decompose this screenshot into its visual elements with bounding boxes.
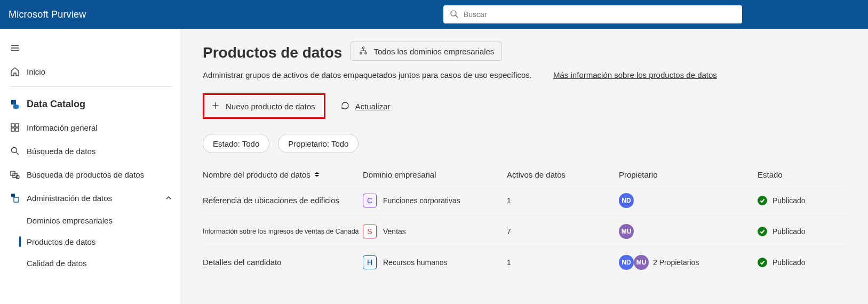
domain-label: Recursos humanos bbox=[383, 258, 448, 267]
domain-cell: HRecursos humanos bbox=[363, 255, 507, 269]
asset-count: 1 bbox=[507, 196, 619, 205]
refresh-icon bbox=[340, 101, 350, 112]
search-icon bbox=[450, 10, 458, 20]
owner-cell: ND bbox=[619, 193, 758, 208]
svg-point-20 bbox=[363, 46, 365, 49]
status-cell: Publicado bbox=[758, 227, 843, 236]
sidebar-item-product-search[interactable]: Búsqueda de productos de datos bbox=[0, 163, 181, 186]
sort-icon bbox=[314, 170, 320, 179]
filter-row: Estado: Todo Propietario: Todo bbox=[203, 134, 847, 153]
domain-badge: H bbox=[363, 255, 377, 269]
svg-rect-10 bbox=[15, 124, 19, 127]
product-name: Información sobre los ingresos de ventas… bbox=[203, 228, 363, 235]
domain-filter-chip[interactable]: Todos los dominios empresariales bbox=[351, 42, 502, 61]
data-catalog-icon bbox=[10, 99, 27, 109]
sidebar-sub-business-domains[interactable]: Dominios empresariales bbox=[0, 210, 181, 231]
sidebar-item-data-search[interactable]: Búsqueda de datos bbox=[0, 139, 181, 163]
table-body: Referencia de ubicaciones de edificiosCF… bbox=[203, 185, 847, 277]
sitemap-icon bbox=[359, 46, 368, 57]
col-domain[interactable]: Dominio empresarial bbox=[363, 170, 507, 179]
avatar: ND bbox=[619, 193, 634, 208]
button-label: Nuevo producto de datos bbox=[226, 102, 315, 111]
title-row: Productos de datos Todos los dominios em… bbox=[203, 44, 847, 63]
table-row[interactable]: Referencia de ubicaciones de edificiosCF… bbox=[203, 185, 847, 215]
top-bar: Microsoft Purview bbox=[0, 0, 868, 29]
svg-point-0 bbox=[451, 11, 456, 16]
filter-owner[interactable]: Propietario: Todo bbox=[278, 134, 359, 153]
data-admin-icon bbox=[10, 193, 27, 203]
domain-cell: SVentas bbox=[363, 225, 507, 238]
chevron-up-icon bbox=[165, 194, 172, 202]
asset-count: 7 bbox=[507, 227, 619, 236]
table-row[interactable]: Detalles del candidatoHRecursos humanos1… bbox=[203, 246, 847, 277]
product-name: Detalles del candidato bbox=[203, 258, 363, 267]
subtitle-text: Administrar grupos de activos de datos e… bbox=[203, 70, 532, 79]
table-row[interactable]: Información sobre los ingresos de ventas… bbox=[203, 215, 847, 246]
sidebar-item-label: Inicio bbox=[27, 67, 45, 76]
status-cell: Publicado bbox=[758, 196, 843, 205]
sidebar-item-data-admin[interactable]: Administración de datos bbox=[0, 186, 181, 210]
sidebar-sub-data-products[interactable]: Productos de datos bbox=[0, 231, 181, 252]
sidebar: Inicio Data Catalog Información general … bbox=[0, 29, 181, 304]
svg-point-22 bbox=[365, 52, 367, 54]
sidebar-sub-label: Dominios empresariales bbox=[27, 216, 113, 225]
search-input[interactable] bbox=[463, 10, 736, 19]
col-assets[interactable]: Activos de datos bbox=[507, 170, 619, 179]
domain-label: Ventas bbox=[383, 227, 406, 236]
col-status[interactable]: Estado bbox=[758, 170, 843, 179]
status-cell: Publicado bbox=[758, 258, 843, 267]
status-label: Publicado bbox=[773, 196, 806, 205]
svg-point-8 bbox=[13, 107, 19, 109]
avatar: ND bbox=[619, 255, 634, 270]
sidebar-sub-data-quality[interactable]: Calidad de datos bbox=[0, 252, 181, 274]
svg-line-14 bbox=[17, 153, 19, 155]
asset-count: 1 bbox=[507, 258, 619, 267]
col-label: Estado bbox=[758, 170, 783, 179]
button-label: Actualizar bbox=[355, 102, 391, 111]
col-label: Nombre del producto de datos bbox=[203, 170, 310, 179]
main-content: Productos de datos Todos los dominios em… bbox=[181, 29, 868, 304]
domain-filter-label: Todos los dominios empresariales bbox=[373, 47, 494, 56]
domain-cell: CFunciones corporativas bbox=[363, 194, 507, 207]
svg-rect-18 bbox=[11, 194, 15, 197]
col-label: Activos de datos bbox=[507, 170, 566, 179]
data-products-table: Nombre del producto de datos Dominio emp… bbox=[203, 165, 847, 277]
check-circle-icon bbox=[758, 196, 767, 205]
global-search[interactable] bbox=[443, 5, 742, 23]
col-name[interactable]: Nombre del producto de datos bbox=[203, 170, 363, 179]
owner-cell: MU bbox=[619, 224, 758, 239]
refresh-button[interactable]: Actualizar bbox=[335, 96, 396, 116]
owner-cell: NDMU2 Propietarios bbox=[619, 255, 758, 270]
sidebar-item-label: Administración de datos bbox=[27, 194, 112, 203]
page-subtitle: Administrar grupos de activos de datos e… bbox=[203, 70, 847, 79]
sidebar-item-label: Información general bbox=[27, 123, 98, 132]
sidebar-item-label: Búsqueda de datos bbox=[27, 147, 95, 156]
table-header: Nombre del producto de datos Dominio emp… bbox=[203, 165, 847, 185]
shell: Inicio Data Catalog Información general … bbox=[0, 29, 868, 304]
divider bbox=[10, 86, 172, 87]
col-label: Propietario bbox=[619, 170, 658, 179]
hamburger-button[interactable] bbox=[0, 36, 181, 60]
status-label: Publicado bbox=[773, 227, 806, 236]
status-label: Publicado bbox=[773, 258, 806, 267]
sidebar-item-label: Búsqueda de productos de datos bbox=[27, 170, 144, 179]
domain-badge: C bbox=[363, 194, 377, 207]
new-data-product-button[interactable]: Nuevo producto de datos bbox=[205, 96, 321, 116]
filter-status[interactable]: Estado: Todo bbox=[203, 134, 269, 153]
svg-point-21 bbox=[360, 52, 362, 54]
learn-more-link[interactable]: Más información sobre los productos de d… bbox=[553, 70, 717, 79]
svg-point-13 bbox=[12, 148, 17, 153]
sidebar-sub-label: Productos de datos bbox=[27, 237, 95, 246]
plus-icon bbox=[211, 101, 220, 112]
domain-badge: S bbox=[363, 225, 377, 238]
svg-rect-12 bbox=[15, 128, 19, 131]
sidebar-section-data-catalog[interactable]: Data Catalog bbox=[0, 92, 181, 116]
check-circle-icon bbox=[758, 227, 767, 236]
brand-title: Microsoft Purview bbox=[9, 9, 86, 20]
svg-rect-5 bbox=[11, 100, 16, 105]
col-owner[interactable]: Propietario bbox=[619, 170, 758, 179]
sidebar-item-home[interactable]: Inicio bbox=[0, 60, 181, 83]
product-search-icon bbox=[10, 169, 27, 180]
sidebar-section-label: Data Catalog bbox=[27, 99, 85, 110]
sidebar-item-overview[interactable]: Información general bbox=[0, 116, 181, 139]
